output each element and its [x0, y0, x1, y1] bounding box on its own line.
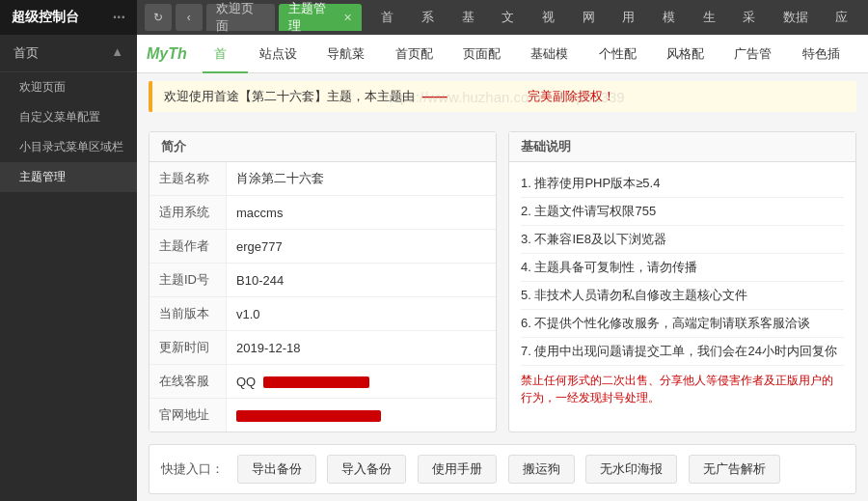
nav-collect[interactable]: 采集: [735, 0, 775, 35]
nav-home[interactable]: 首页: [373, 0, 414, 35]
right-list-item-3: 3. 不兼容IE8及以下浏览器: [521, 226, 844, 254]
btn-import-backup[interactable]: 导入备份: [327, 455, 406, 484]
nav-user[interactable]: 用户: [614, 0, 655, 35]
info-box-right-header: 基础说明: [509, 132, 855, 162]
right-list-item-4: 4. 主题具备可复制性，请勿传播: [521, 254, 844, 282]
quick-label: 快捷入口：: [161, 461, 224, 476]
info-row-author: 主题作者 erge777: [149, 230, 496, 264]
info-box-left-header: 简介: [149, 132, 496, 162]
nav-database[interactable]: 数据库: [775, 0, 827, 35]
nav-app[interactable]: 应用: [827, 0, 868, 35]
top-nav-menu: 首页 系统 基础 文章 视频 网址 用户 模版 生成 采集 数据库 应用: [373, 0, 868, 35]
nav-system[interactable]: 系统: [414, 0, 454, 35]
theme-menu-basic-module[interactable]: 基础模块: [519, 35, 586, 73]
back-button[interactable]: ‹: [176, 4, 203, 31]
right-list-item-6: 6. 不提供个性化修改服务，高端定制请联系客服洽谈: [521, 310, 844, 338]
btn-manual[interactable]: 使用手册: [418, 455, 497, 484]
theme-logo: MyTh: [147, 45, 187, 63]
nav-video[interactable]: 视频: [534, 0, 575, 35]
sidebar-item-home[interactable]: 首页 ▲: [0, 35, 137, 72]
sidebar-item-theme[interactable]: 主题管理: [0, 162, 137, 192]
notice-text: 欢迎使用首途【第二十六套】主题，本主题由: [164, 89, 415, 103]
info-box-left: 简介 主题名称 肖涂第二十六套 适用系统 maccms 主题作者 erge777…: [149, 131, 497, 432]
theme-menu-homepage-config[interactable]: 首页配置: [384, 35, 451, 73]
tab-welcome[interactable]: 欢迎页面: [206, 4, 276, 31]
info-row-version: 当前版本 v1.0: [149, 297, 496, 331]
btn-watermark-poster[interactable]: 无水印海报: [585, 455, 677, 484]
right-list-item-5: 5. 非技术人员请勿私自修改主题核心文件: [521, 282, 844, 310]
main-content: MyTh 首页 站点设置 导航菜单 首页配置 页面配置 基础模块 个性配置 风格…: [137, 35, 868, 501]
sidebar: 超级控制台 ··· 首页 ▲ 欢迎页面 自定义菜单配置 小目录式菜单区域栏 主题…: [0, 0, 137, 501]
theme-menu-ads[interactable]: 广告管理: [722, 35, 790, 73]
right-list-item-7: 7. 使用中出现问题请提交工单，我们会在24小时内回复你: [521, 338, 844, 366]
nav-template[interactable]: 模版: [655, 0, 695, 35]
theme-menu-home[interactable]: 首页: [203, 35, 248, 73]
notice-complete: 完美副除授权！: [528, 89, 615, 103]
info-row-website: 官网地址: [149, 399, 496, 431]
right-list-item-2: 2. 主题文件请写权限755: [521, 198, 844, 226]
theme-menu-site-settings[interactable]: 站点设置: [248, 35, 315, 73]
nav-article[interactable]: 文章: [494, 0, 534, 35]
theme-menu-plugins[interactable]: 特色插件: [791, 35, 858, 73]
sidebar-item-welcome[interactable]: 欢迎页面: [0, 72, 137, 102]
info-row-theme-name: 主题名称 肖涂第二十六套: [149, 162, 496, 196]
quick-actions: 快捷入口： 导出备份 导入备份 使用手册 搬运狗 无水印海报 无广告解析: [149, 444, 856, 494]
notice-highlight: ——: [422, 89, 448, 103]
nav-url[interactable]: 网址: [575, 0, 615, 35]
btn-move[interactable]: 搬运狗: [508, 455, 575, 484]
right-list: 1. 推荐使用PHP版本≥5.4 2. 主题文件请写权限755 3. 不兼容IE…: [509, 162, 855, 420]
sidebar-dots[interactable]: ···: [113, 9, 125, 26]
sidebar-title: 超级控制台 ···: [0, 0, 137, 35]
nav-basic[interactable]: 基础: [454, 0, 495, 35]
info-area: 简介 主题名称 肖涂第二十六套 适用系统 maccms 主题作者 erge777…: [137, 120, 868, 444]
right-list-item-1: 1. 推荐使用PHP版本≥5.4: [521, 170, 844, 198]
tab-close-icon[interactable]: ✕: [343, 12, 352, 24]
nav-generate[interactable]: 生成: [695, 0, 736, 35]
theme-menu-personalize[interactable]: 个性配置: [587, 35, 655, 73]
website-redacted: [236, 410, 381, 422]
theme-menu-style[interactable]: 风格配置: [655, 35, 722, 73]
info-box-right: 基础说明 1. 推荐使用PHP版本≥5.4 2. 主题文件请写权限755 3. …: [508, 131, 856, 432]
theme-toolbar: MyTh 首页 站点设置 导航菜单 首页配置 页面配置 基础模块 个性配置 风格…: [137, 35, 868, 73]
info-row-qq: 在线客服 QQ: [149, 365, 496, 399]
tab-theme-manager[interactable]: 主题管理 ✕: [279, 4, 362, 31]
info-row-system: 适用系统 maccms: [149, 196, 496, 230]
theme-menu-page-config[interactable]: 页面配置: [451, 35, 519, 73]
refresh-button[interactable]: ↻: [145, 4, 172, 31]
right-list-warning: 禁止任何形式的二次出售、分享他人等侵害作者及正版用户的行为，一经发现封号处理。: [521, 366, 844, 412]
sidebar-item-menubar[interactable]: 小目录式菜单区域栏: [0, 132, 137, 162]
theme-menu-nav[interactable]: 导航菜单: [315, 35, 383, 73]
btn-export-backup[interactable]: 导出备份: [237, 455, 316, 484]
sidebar-item-custommenu[interactable]: 自定义菜单配置: [0, 102, 137, 132]
notice-banner: https://www.huzhan.com/1shop31339 欢迎使用首途…: [149, 81, 856, 112]
qq-redacted: [263, 376, 369, 388]
top-nav: ↻ ‹ 欢迎页面 主题管理 ✕ 首页 系统 基础 文章 视频 网址 用户 模版 …: [137, 0, 868, 35]
info-row-update-time: 更新时间 2019-12-18: [149, 331, 496, 365]
btn-no-ads[interactable]: 无广告解析: [689, 455, 780, 484]
info-row-theme-id: 主题ID号 B10-244: [149, 264, 496, 297]
